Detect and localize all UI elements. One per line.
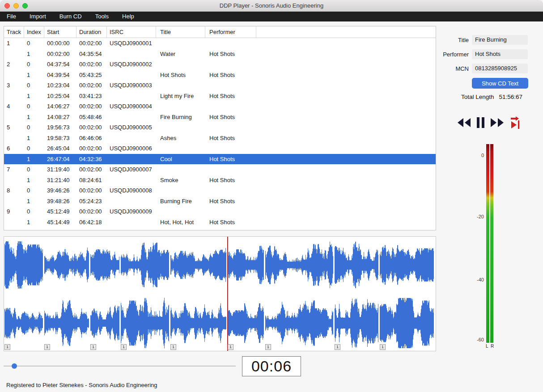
cell-isrc <box>107 175 156 186</box>
cell-isrc <box>107 154 156 165</box>
column-header-title[interactable]: Title <box>156 26 205 38</box>
cell-start: 26:45:04 <box>44 143 76 154</box>
playhead[interactable] <box>227 237 228 351</box>
mcn-field-row: MCN 0813285908925 <box>436 64 533 73</box>
cell-title <box>156 143 205 154</box>
table-row[interactable]: 5019:56:7300:02:00USQDJ0900005 <box>4 122 436 133</box>
cell-performer <box>205 80 256 91</box>
cell-duration: 04:32:36 <box>76 154 107 165</box>
mcn-field-label: MCN <box>436 65 469 72</box>
table-row[interactable]: 131:21:4008:24:61SmokeHot Shots <box>4 175 436 186</box>
cell-index: 0 <box>24 80 44 91</box>
seek-slider-track[interactable] <box>4 366 236 366</box>
cell-performer: Hot Shots <box>205 154 256 165</box>
pause-button[interactable] <box>477 117 484 129</box>
meter-scale-label: 0 <box>474 153 484 158</box>
window-title: DDP Player - Sonoris Audio Engineering <box>0 0 543 12</box>
column-header-index[interactable]: Index <box>24 26 44 38</box>
cell-duration: 08:24:61 <box>76 175 107 186</box>
play-to-marker-button[interactable] <box>509 116 522 130</box>
table-row[interactable]: 1000:00:0000:02:00USQDJ0900001 <box>4 38 436 49</box>
cell-spacer <box>256 112 436 123</box>
column-header-start[interactable]: Start <box>44 26 76 38</box>
table-row[interactable]: 3010:23:0400:02:00USQDJ0900003 <box>4 80 436 91</box>
table-row[interactable]: 6026:45:0400:02:00USQDJ0900006 <box>4 143 436 154</box>
table-row[interactable]: 7031:19:4000:02:00USQDJ0900007 <box>4 164 436 175</box>
column-header-duration[interactable]: Duration <box>76 26 107 38</box>
cell-performer: Hot Shots <box>205 217 256 228</box>
cell-isrc <box>107 133 156 144</box>
column-header-performer[interactable]: Performer <box>205 26 256 38</box>
fast-forward-button[interactable] <box>490 118 504 128</box>
table-row[interactable]: 100:02:0004:35:54WaterHot Shots <box>4 49 436 60</box>
cell-performer <box>205 59 256 70</box>
table-row[interactable]: 104:39:5405:43:25Hot ShotsHot Shots <box>4 70 436 81</box>
mcn-field[interactable]: 0813285908925 <box>472 64 528 73</box>
table-row[interactable]: 9045:12:4900:02:00USQDJ0900009 <box>4 206 436 217</box>
cell-performer <box>205 101 256 112</box>
table-row[interactable]: 2004:37:5400:02:00USQDJ0900002 <box>4 59 436 70</box>
cell-isrc: USQDJ0900004 <box>107 101 156 112</box>
cell-index: 0 <box>24 185 44 196</box>
index-marker: 1 <box>44 344 50 350</box>
cell-performer: Hot Shots <box>205 49 256 60</box>
cell-isrc <box>107 112 156 123</box>
meter-scale-label: -40 <box>474 277 484 282</box>
cell-start: 39:46:26 <box>44 185 76 196</box>
table-row[interactable]: 110:25:0403:41:23Light my FireHot Shots <box>4 91 436 102</box>
cell-duration: 00:02:00 <box>76 206 107 217</box>
table-row[interactable]: 126:47:0404:32:36CoolHot Shots <box>4 154 436 165</box>
performer-field-row: Performer Hot Shots <box>436 49 533 59</box>
table-row[interactable]: 114:08:2705:48:46Fire BurningHot Shots <box>4 112 436 123</box>
table-row[interactable]: 4014:06:2700:02:00USQDJ0900004 <box>4 101 436 112</box>
cell-duration: 00:02:00 <box>76 80 107 91</box>
menu-item-burn-cd[interactable]: Burn CD <box>53 12 89 21</box>
cell-spacer <box>256 217 436 228</box>
cell-performer: Hot Shots <box>205 112 256 123</box>
menu-bar: FileImportBurn CDToolsHelp <box>0 12 543 21</box>
cell-track: 7 <box>4 164 24 175</box>
column-header-isrc[interactable]: ISRC <box>107 26 156 38</box>
cell-performer: Hot Shots <box>205 175 256 186</box>
time-display: 00:06 <box>242 356 301 376</box>
cell-start: 19:58:73 <box>44 133 76 144</box>
cell-spacer <box>256 38 436 49</box>
cell-start: 45:12:49 <box>44 206 76 217</box>
menu-item-help[interactable]: Help <box>115 12 141 21</box>
cell-track <box>4 154 24 165</box>
table-row[interactable]: 145:14:4906:42:18Hot, Hot, HotHot Shots <box>4 217 436 228</box>
cell-title <box>156 38 205 49</box>
index-marker: 1 <box>170 344 176 350</box>
table-header: TrackIndexStartDurationISRCTitlePerforme… <box>4 26 436 38</box>
performer-field[interactable]: Hot Shots <box>472 49 528 59</box>
seek-slider-knob[interactable] <box>12 363 17 369</box>
waveform-canvas[interactable] <box>4 237 436 351</box>
menu-item-file[interactable]: File <box>0 12 23 21</box>
cell-duration: 00:02:00 <box>76 101 107 112</box>
menu-item-import[interactable]: Import <box>23 12 53 21</box>
cell-track: 9 <box>4 206 24 217</box>
cell-track: 4 <box>4 101 24 112</box>
show-cd-text-button[interactable]: Show CD Text <box>472 78 528 89</box>
title-field[interactable]: Fire Burning <box>472 35 528 45</box>
cell-isrc: USQDJ0900002 <box>107 59 156 70</box>
cell-spacer <box>256 143 436 154</box>
cell-isrc: USQDJ0900008 <box>107 185 156 196</box>
cell-index: 0 <box>24 101 44 112</box>
menu-item-tools[interactable]: Tools <box>89 12 115 21</box>
cell-start: 14:06:27 <box>44 101 76 112</box>
column-header-track[interactable]: Track <box>4 26 24 38</box>
rewind-button[interactable] <box>458 118 471 128</box>
table-row[interactable]: 8039:46:2600:02:00USQDJ0900008 <box>4 185 436 196</box>
channel-label-left: L <box>486 344 488 349</box>
level-meter: 0-20-40-60 L R <box>474 144 505 351</box>
cell-track: 5 <box>4 122 24 133</box>
title-bar: DDP Player - Sonoris Audio Engineering <box>0 0 543 12</box>
cell-spacer <box>256 80 436 91</box>
rewind-icon <box>458 118 471 128</box>
table-row[interactable]: 119:58:7306:46:06AshesHot Shots <box>4 133 436 144</box>
cell-index: 1 <box>24 133 44 144</box>
cell-start: 45:14:49 <box>44 217 76 228</box>
cell-spacer <box>256 91 436 102</box>
table-row[interactable]: 139:48:2605:24:23Burning FireHot Shots <box>4 196 436 207</box>
